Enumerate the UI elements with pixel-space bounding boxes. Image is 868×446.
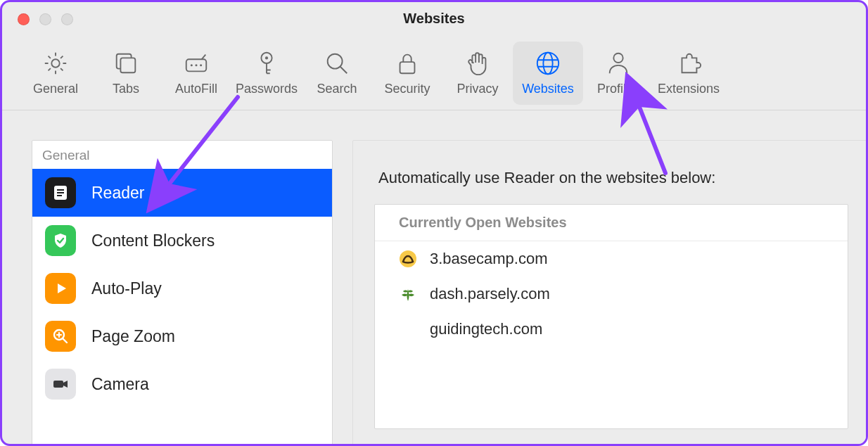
basecamp-favicon: [399, 250, 417, 268]
svg-point-5: [200, 64, 202, 66]
toolbar-item-security[interactable]: Security: [372, 42, 442, 105]
blank-favicon: [399, 320, 417, 338]
svg-rect-14: [57, 189, 64, 191]
sidebar-item-camera[interactable]: Camera: [32, 360, 332, 408]
svg-rect-15: [57, 192, 64, 193]
website-domain: dash.parsely.com: [430, 285, 550, 303]
sidebar-item-label: Reader: [91, 184, 144, 203]
website-domain: guidingtech.com: [430, 320, 542, 338]
toolbar-item-general[interactable]: General: [20, 42, 91, 105]
sidebar-item-content-blockers[interactable]: Content Blockers: [32, 217, 332, 265]
person-icon: [604, 49, 632, 77]
sidebar-item-page-zoom[interactable]: Page Zoom: [32, 312, 332, 360]
preferences-toolbar: General Tabs AutoFill Passwords Search: [2, 36, 866, 110]
shield-check-icon: [45, 225, 76, 256]
puzzle-icon: [675, 49, 703, 77]
sidebar-item-reader[interactable]: Reader: [32, 169, 332, 217]
website-row[interactable]: 3.basecamp.com: [375, 241, 848, 276]
reader-icon: [45, 177, 76, 208]
toolbar-item-passwords[interactable]: Passwords: [231, 42, 302, 105]
autofill-icon: [182, 49, 210, 77]
svg-point-4: [195, 64, 197, 66]
website-row[interactable]: dash.parsely.com: [375, 276, 848, 312]
main-panel: Automatically use Reader on the websites…: [352, 140, 868, 446]
svg-point-11: [543, 53, 552, 74]
key-icon: [253, 49, 281, 77]
toolbar-item-tabs[interactable]: Tabs: [91, 42, 161, 105]
sidebar-item-label: Camera: [91, 375, 149, 394]
parsely-favicon: [399, 285, 417, 303]
preferences-window: Websites General Tabs AutoFill Passwor: [0, 0, 868, 446]
gear-icon: [42, 49, 70, 77]
svg-point-8: [328, 54, 343, 69]
hand-icon: [464, 49, 492, 77]
toolbar-label: Tabs: [113, 82, 139, 96]
toolbar-label: General: [33, 82, 78, 96]
toolbar-label: AutoFill: [175, 82, 217, 96]
window-title: Websites: [2, 11, 866, 27]
lock-icon: [393, 49, 421, 77]
settings-sidebar: General Reader Content Blockers: [32, 140, 333, 446]
toolbar-item-autofill[interactable]: AutoFill: [161, 42, 231, 105]
camera-icon: [45, 369, 76, 400]
sidebar-item-auto-play[interactable]: Auto-Play: [32, 265, 332, 312]
toolbar-item-privacy[interactable]: Privacy: [442, 42, 513, 105]
toolbar-label: Security: [384, 82, 430, 96]
svg-point-0: [51, 59, 59, 67]
zoom-icon: [45, 321, 76, 352]
svg-rect-1: [120, 58, 135, 72]
svg-point-7: [265, 56, 268, 59]
svg-rect-9: [400, 62, 415, 73]
preferences-body: General Reader Content Blockers: [2, 110, 866, 444]
sidebar-item-label: Page Zoom: [91, 327, 175, 346]
sidebar-section-header: General: [32, 141, 332, 169]
main-heading: Automatically use Reader on the websites…: [353, 141, 868, 204]
toolbar-item-extensions[interactable]: Extensions: [653, 42, 724, 105]
website-domain: 3.basecamp.com: [430, 250, 548, 268]
toolbar-item-profiles[interactable]: Profiles: [583, 42, 653, 105]
toolbar-label: Websites: [522, 82, 574, 96]
websites-table: Currently Open Websites 3.basecamp.com d…: [374, 204, 848, 429]
svg-point-12: [613, 53, 623, 63]
svg-point-19: [400, 250, 416, 267]
toolbar-label: Search: [317, 82, 357, 96]
toolbar-item-websites[interactable]: Websites: [513, 42, 583, 105]
toolbar-label: Passwords: [236, 82, 298, 96]
search-icon: [323, 49, 351, 77]
svg-rect-18: [53, 381, 63, 388]
play-icon: [45, 273, 76, 304]
sidebar-item-label: Auto-Play: [91, 279, 162, 298]
svg-point-3: [191, 64, 193, 66]
toolbar-label: Profiles: [597, 82, 639, 96]
toolbar-item-search[interactable]: Search: [302, 42, 372, 105]
tabs-icon: [112, 49, 140, 77]
sidebar-list: Reader Content Blockers Auto-Play: [32, 169, 332, 408]
websites-table-header: Currently Open Websites: [375, 205, 848, 241]
website-row[interactable]: guidingtech.com: [375, 312, 848, 347]
svg-point-10: [537, 53, 559, 74]
globe-icon: [534, 49, 562, 77]
svg-rect-16: [57, 195, 62, 196]
sidebar-item-label: Content Blockers: [91, 231, 215, 250]
toolbar-label: Privacy: [457, 82, 498, 96]
toolbar-label: Extensions: [658, 82, 720, 96]
